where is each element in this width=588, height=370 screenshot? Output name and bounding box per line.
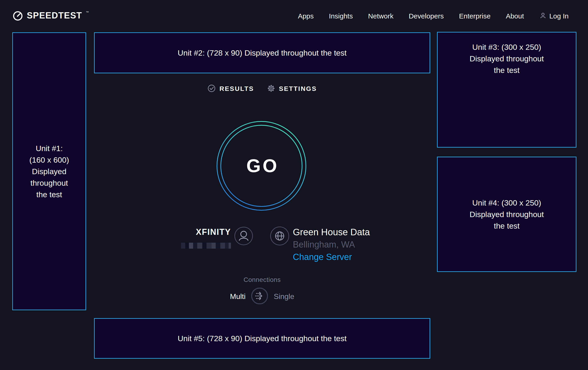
nav-item-enterprise[interactable]: Enterprise xyxy=(459,12,491,20)
tab-settings[interactable]: SETTINGS xyxy=(267,84,317,93)
ad-unit-4-label: Unit #4: (300 x 250) Displayed throughou… xyxy=(438,197,576,232)
connections-toggle-row: Multi Single xyxy=(94,287,430,305)
isp-name: XFINITY xyxy=(138,227,231,237)
logo-trademark: ™ xyxy=(86,10,89,15)
server-name: Green House Data xyxy=(293,227,370,238)
top-nav: SPEEDTEST ™ Apps Insights Network Develo… xyxy=(0,0,588,32)
nav-item-about[interactable]: About xyxy=(506,12,524,20)
speedtest-logo[interactable]: SPEEDTEST ™ xyxy=(12,10,89,22)
ad-unit-3-label: Unit #3: (300 x 250) Displayed throughou… xyxy=(467,41,547,76)
ad-unit-1[interactable]: Unit #1: (160 x 600) Displayed throughou… xyxy=(12,32,86,310)
ad-unit-4[interactable]: Unit #4: (300 x 250) Displayed throughou… xyxy=(437,157,577,272)
ad-unit-1-label: Unit #1: (160 x 600) Displayed throughou… xyxy=(28,142,70,200)
connections-title: Connections xyxy=(94,276,430,284)
isp-block: XFINITY xyxy=(138,227,231,250)
tab-settings-label: SETTINGS xyxy=(279,85,317,92)
multi-connection-arrows-icon xyxy=(251,287,268,304)
nav-item-network[interactable]: Network xyxy=(368,12,394,20)
masked-ip-address xyxy=(181,243,231,249)
server-location: Bellingham, WA xyxy=(293,239,370,250)
connections-single-option[interactable]: Single xyxy=(274,292,294,301)
user-icon xyxy=(539,12,547,21)
go-button[interactable]: GO xyxy=(216,121,306,211)
ad-unit-3[interactable]: Unit #3: (300 x 250) Displayed throughou… xyxy=(437,32,577,148)
change-server-link[interactable]: Change Server xyxy=(293,251,352,262)
gauge-icon xyxy=(12,10,23,22)
nav-item-apps[interactable]: Apps xyxy=(298,12,314,20)
logo-wordmark: SPEEDTEST xyxy=(27,10,82,21)
connections-section: Connections Multi Single xyxy=(94,276,430,305)
ad-unit-5[interactable]: Unit #5: (728 x 90) Displayed throughout… xyxy=(94,318,430,359)
speedtest-page: SPEEDTEST ™ Apps Insights Network Develo… xyxy=(0,0,588,370)
server-globe-icon xyxy=(270,226,289,247)
check-circle-icon xyxy=(207,84,216,93)
nav-item-developers[interactable]: Developers xyxy=(409,12,444,20)
nav-item-insights[interactable]: Insights xyxy=(329,12,353,20)
login-button[interactable]: Log In xyxy=(539,12,569,21)
connections-multi-option[interactable]: Multi xyxy=(230,292,246,301)
gear-icon xyxy=(267,84,275,93)
ad-unit-5-label: Unit #5: (728 x 90) Displayed throughout… xyxy=(178,333,346,344)
ad-unit-2-label: Unit #2: (728 x 90) Displayed throughout… xyxy=(178,47,346,59)
nav-links: Apps Insights Network Developers Enterpr… xyxy=(298,12,569,21)
tab-results-label: RESULTS xyxy=(220,85,254,92)
ad-unit-2[interactable]: Unit #2: (728 x 90) Displayed throughout… xyxy=(94,32,430,73)
server-block: Green House Data Bellingham, WA Change S… xyxy=(293,227,370,262)
isp-user-icon xyxy=(234,227,253,246)
tab-results[interactable]: RESULTS xyxy=(207,84,254,93)
go-label: GO xyxy=(216,121,306,211)
tab-bar: RESULTS SETTINGS xyxy=(94,82,430,95)
login-label: Log In xyxy=(549,12,569,20)
connections-toggle-button[interactable] xyxy=(251,287,268,305)
